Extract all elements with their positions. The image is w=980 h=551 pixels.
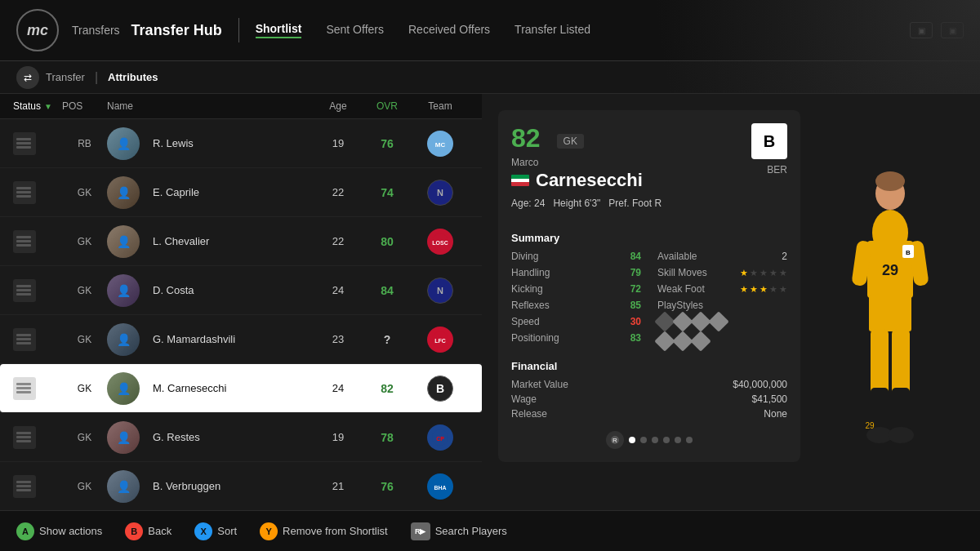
back-action[interactable]: B Back <box>125 522 172 540</box>
page-dot-2[interactable] <box>640 437 647 443</box>
svg-text:LFC: LFC <box>434 338 446 344</box>
table-row[interactable]: GK 👤 E. Caprile 22 74 N <box>0 168 482 217</box>
player-pos: GK <box>62 285 107 296</box>
player-age: 19 <box>314 137 363 149</box>
stat-handling: Handling 79 <box>511 267 641 278</box>
player-age: 23 <box>314 333 363 345</box>
svg-text:LOSC: LOSC <box>432 240 448 246</box>
star-3: ★ <box>760 268 768 278</box>
player-name: R. Lewis <box>146 137 194 149</box>
page-dot-5[interactable] <box>675 437 681 443</box>
page-dot-1[interactable] <box>629 437 635 443</box>
player-name: E. Caprile <box>146 186 199 198</box>
player-rows: RB 👤 R. Lewis 19 76 MC GK <box>0 119 482 510</box>
skill-stars: ★ ★ ★ ★ ★ <box>740 268 787 278</box>
team-badge: N <box>427 278 453 304</box>
wf-star-1: ★ <box>740 284 748 295</box>
x-button-icon: X <box>194 522 212 540</box>
remove-shortlist-action[interactable]: Y Remove from Shortlist <box>260 522 388 540</box>
show-actions-action[interactable]: A Show actions <box>16 522 102 540</box>
right-panel: 82 GK Marco Carnesecchi Age: 24 Height 6… <box>482 94 980 510</box>
svg-point-14 <box>875 171 905 191</box>
transfer-icon: ⇄ <box>16 66 39 89</box>
club-badge: B <box>751 123 787 159</box>
tab-shortlist[interactable]: Shortlist <box>256 22 302 38</box>
player-ovr: ? <box>363 333 412 346</box>
playstyle-diamond-icon <box>708 311 728 331</box>
team-badge: CP <box>427 424 453 451</box>
sort-action[interactable]: X Sort <box>194 522 237 540</box>
player-pos: GK <box>62 383 107 394</box>
svg-rect-20 <box>871 329 889 394</box>
nav-tabs: Shortlist Sent Offers Received Offers Tr… <box>256 22 590 38</box>
player-render: 29 B <box>800 102 980 510</box>
status-icon <box>13 328 36 351</box>
player-avatar: 👤 <box>107 470 140 503</box>
table-row[interactable]: RB 👤 R. Lewis 19 76 MC <box>0 119 482 168</box>
table-row[interactable]: GK 👤 D. Costa 24 84 N <box>0 266 482 315</box>
status-icon <box>13 230 36 253</box>
table-row-selected[interactable]: GK 👤 M. Carnesecchi 24 82 B <box>0 364 482 413</box>
prev-page-button[interactable]: R <box>606 431 624 449</box>
svg-text:29: 29 <box>882 262 898 278</box>
italy-flag-icon <box>511 175 529 186</box>
player-age: 22 <box>314 186 363 198</box>
nav-transfer-hub: Transfer Hub <box>131 22 222 39</box>
table-row[interactable]: GK 👤 L. Chevalier 22 80 LOSC <box>0 217 482 266</box>
star-4: ★ <box>769 268 777 278</box>
player-ovr: 78 <box>363 431 412 444</box>
status-icon <box>13 426 36 449</box>
col-name-header: Name <box>107 100 314 112</box>
card-last-name: Carnesecchi <box>511 170 751 191</box>
col-ovr-header: OVR <box>363 100 412 112</box>
sub-nav-attributes-label[interactable]: Attributes <box>108 71 158 83</box>
star-1: ★ <box>740 268 748 278</box>
team-badge: LOSC <box>427 229 453 255</box>
player-ovr: 74 <box>363 186 412 199</box>
card-position-badge: GK <box>557 134 584 149</box>
card-rating: 82 <box>511 123 541 153</box>
tab-received-offers[interactable]: Received Offers <box>408 23 490 38</box>
player-avatar: 👤 <box>107 274 140 307</box>
nav-icon-box-2: ▣ <box>941 22 964 38</box>
player-name: G. Mamardashvili <box>146 333 235 345</box>
search-players-action[interactable]: R▶ Search Players <box>411 522 507 540</box>
status-icon <box>13 475 36 498</box>
main-content: Status ▼ POS Name Age OVR Team RB 👤 <box>0 94 980 510</box>
filter-arrow-icon: ▼ <box>44 102 52 111</box>
status-bars-icon <box>16 187 33 198</box>
col-pos-header: POS <box>62 100 107 112</box>
stat-reflexes: Reflexes 85 <box>511 300 641 311</box>
team-badge: BHA <box>427 473 453 500</box>
page-dot-6[interactable] <box>686 437 693 443</box>
nav-icons: ▣ ▣ <box>910 22 964 38</box>
sub-nav: ⇄ Transfer | Attributes <box>0 61 980 94</box>
status-bars-icon <box>16 334 33 344</box>
player-age: 24 <box>314 284 363 296</box>
page-dot-3[interactable] <box>652 437 658 443</box>
team-badge: B <box>427 375 453 402</box>
tab-sent-offers[interactable]: Sent Offers <box>326 23 384 38</box>
sub-nav-transfer-label[interactable]: Transfer <box>46 71 85 83</box>
table-row[interactable]: GK 👤 G. Mamardashvili 23 ? LFC <box>0 315 482 364</box>
nav-transfers[interactable]: Transfers <box>72 24 120 37</box>
svg-text:CP: CP <box>436 436 444 442</box>
tab-transfer-listed[interactable]: Transfer Listed <box>514 23 590 38</box>
player-figure-svg: 29 B <box>808 135 972 510</box>
pagination: R <box>511 431 787 449</box>
page-dot-4[interactable] <box>663 437 670 443</box>
player-name: L. Chevalier <box>146 235 209 247</box>
table-row[interactable]: GK 👤 B. Verbruggen 21 76 BHA <box>0 462 482 510</box>
stat-available: Available 2 <box>657 251 787 262</box>
player-avatar: 👤 <box>107 127 140 160</box>
player-age: 19 <box>314 431 363 443</box>
logo: mc <box>16 9 59 51</box>
stat-weak-foot: Weak Foot ★ ★ ★ ★ ★ <box>657 283 787 295</box>
table-row[interactable]: GK 👤 G. Restes 19 78 CP <box>0 413 482 462</box>
stat-playstyles: PlayStyles <box>657 300 787 311</box>
player-age: 22 <box>314 235 363 247</box>
player-ovr: 84 <box>363 284 412 297</box>
stats-right-col: Available 2 Skill Moves ★ ★ ★ ★ ★ <box>657 251 787 349</box>
svg-rect-23 <box>892 388 910 433</box>
left-panel: Status ▼ POS Name Age OVR Team RB 👤 <box>0 94 482 510</box>
